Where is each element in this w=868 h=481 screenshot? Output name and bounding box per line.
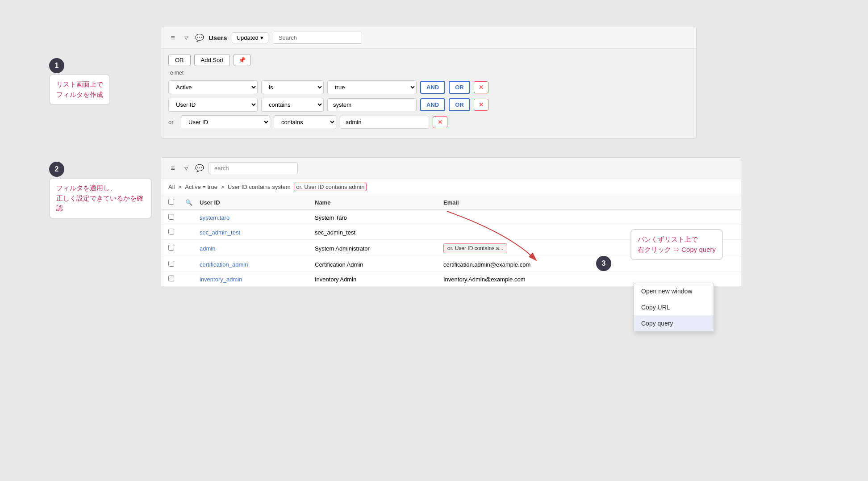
or-button-2[interactable]: OR — [449, 98, 470, 111]
annotation-bubble-1: リスト画面上で フィルタを作成 — [49, 74, 110, 105]
menu-icon-2[interactable]: ≡ — [168, 164, 177, 173]
comment-icon[interactable]: 💬 — [195, 33, 204, 42]
select-all-checkbox[interactable] — [168, 199, 174, 205]
row-name-1: System Taro — [315, 214, 440, 221]
row-checkbox-1[interactable] — [168, 214, 174, 220]
row-checkbox-5[interactable] — [168, 276, 174, 281]
annotation-bubble-3: パンくずリスト上で 右クリック ⇒ Copy query — [630, 229, 723, 260]
section2-toolbar: ≡ ▿ 💬 — [161, 158, 741, 179]
and-button-2[interactable]: AND — [420, 98, 445, 111]
page-title: Users — [209, 34, 227, 42]
breadcrumb-part1: Active = true — [185, 184, 217, 190]
conditions-met: e met — [168, 70, 689, 76]
breadcrumb-highlighted[interactable]: or. User ID contains admin — [294, 183, 367, 191]
filter-value-input-2[interactable] — [327, 98, 417, 111]
filter-toolbar: OR Add Sort 📌 — [168, 54, 689, 66]
or-button-1[interactable]: OR — [449, 81, 470, 94]
filter-icon-2[interactable]: ▿ — [182, 164, 191, 173]
filter-field-2[interactable]: User ID — [168, 98, 258, 112]
col-userid-header: User ID — [200, 199, 311, 206]
table-header: 🔍 User ID Name Email — [161, 195, 741, 210]
filter-operator-1[interactable]: is — [261, 80, 324, 94]
tooltip-partial-1: or. User ID contains a... — [443, 243, 507, 253]
circle-2: 2 — [49, 162, 64, 177]
filter-row-3: or User ID contains ✕ — [168, 115, 689, 129]
user-link-4[interactable]: certification_admin — [200, 261, 248, 268]
row-email-3: or. User ID contains a... — [443, 243, 600, 253]
row-email-5: Inventory.Admin@example.com — [443, 276, 600, 283]
filter-icon[interactable]: ▿ — [182, 33, 191, 42]
filter-row-1: Active is true AND OR ✕ — [168, 80, 689, 94]
row-checkbox-3[interactable] — [168, 245, 174, 251]
filter-field-1[interactable]: Active — [168, 80, 258, 94]
table-row: system.taro System Taro — [161, 210, 741, 225]
filter-field-3[interactable]: User ID — [181, 115, 270, 129]
filter-operator-3[interactable]: contains — [274, 115, 336, 129]
user-link-2[interactable]: sec_admin_test — [200, 229, 240, 236]
filter-value-input-3[interactable] — [340, 116, 429, 129]
add-sort-button[interactable]: Add Sort — [194, 54, 230, 66]
toolbar: ≡ ▿ 💬 Users Updated ▾ — [161, 27, 696, 49]
col-checkbox — [168, 199, 182, 206]
comment-icon-2[interactable]: 💬 — [195, 164, 204, 173]
search-input-2[interactable] — [209, 162, 298, 174]
context-menu: Open new window Copy URL Copy query — [634, 283, 714, 332]
breadcrumb-part2: User ID contains system — [228, 184, 291, 190]
context-open-new-window[interactable]: Open new window — [634, 283, 714, 299]
filter-area: OR Add Sort 📌 e met Active is true — [161, 49, 696, 138]
menu-icon[interactable]: ≡ — [168, 33, 177, 42]
section2-panel: ≡ ▿ 💬 All > Active = true > User ID cont… — [161, 157, 741, 287]
section1-panel: ≡ ▿ 💬 Users Updated ▾ OR Add Sort 📌 e me… — [161, 27, 697, 138]
row-name-3: System Administrator — [315, 245, 440, 252]
or-label: or — [168, 119, 177, 125]
breadcrumb: All > Active = true > User ID contains s… — [161, 179, 741, 195]
context-copy-url[interactable]: Copy URL — [634, 299, 714, 315]
circle-3: 3 — [596, 256, 611, 271]
delete-button-1[interactable]: ✕ — [474, 81, 488, 93]
delete-button-3[interactable]: ✕ — [433, 116, 447, 128]
row-name-5: Inventory Admin — [315, 276, 440, 283]
row-checkbox-4[interactable] — [168, 261, 174, 267]
col-name-header: Name — [315, 199, 440, 206]
updated-dropdown[interactable]: Updated ▾ — [232, 32, 268, 43]
row-email-4: certification.admin@example.com — [443, 261, 600, 268]
context-copy-query[interactable]: Copy query — [634, 315, 714, 331]
or-button[interactable]: OR — [168, 54, 191, 66]
and-button-1[interactable]: AND — [420, 81, 445, 94]
circle-1: 1 — [49, 58, 64, 73]
user-link-3[interactable]: admin — [200, 245, 215, 252]
filter-row-2: User ID contains AND OR ✕ — [168, 98, 689, 112]
delete-button-2[interactable]: ✕ — [474, 99, 488, 111]
annotation-bubble-2: フィルタを適用し、 正しく設定できているかを確認 — [49, 178, 152, 219]
row-name-4: Certification Admin — [315, 261, 440, 268]
user-link-1[interactable]: system.taro — [200, 214, 230, 221]
col-search-icon: 🔍 — [185, 199, 196, 206]
filter-value-1[interactable]: true — [327, 80, 417, 94]
row-checkbox-2[interactable] — [168, 229, 174, 234]
row-name-2: sec_admin_test — [315, 229, 440, 236]
breadcrumb-all: All — [168, 184, 175, 190]
col-email-header: Email — [443, 199, 600, 206]
search-input[interactable] — [273, 32, 362, 44]
filter-operator-2[interactable]: contains — [261, 98, 324, 112]
user-link-5[interactable]: inventory_admin — [200, 276, 242, 283]
pin-button[interactable]: 📌 — [234, 54, 250, 66]
